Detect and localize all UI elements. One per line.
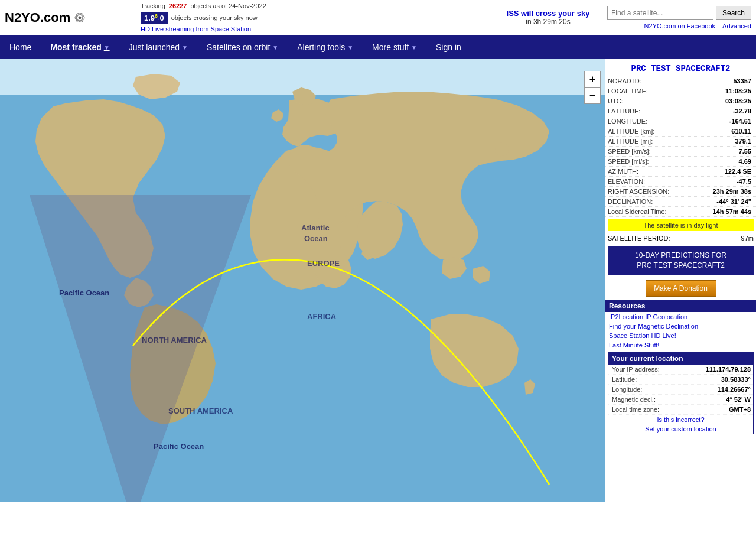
badge-number: 1.9: [144, 14, 155, 23]
field-label: UTC:: [605, 96, 695, 106]
field-value: -44° 31' 24": [695, 197, 756, 207]
location-field-label: Your IP address:: [608, 365, 683, 375]
space-station-live-link[interactable]: Space Station HD Live!: [605, 331, 756, 340]
field-label: LONGITUDE:: [605, 116, 695, 126]
search-area: Search N2YO.com on Facebook Advanced: [607, 6, 751, 30]
field-value: 14h 57m 44s: [695, 207, 756, 217]
period-value: 97m: [741, 235, 754, 242]
crossing-text: objects crossing your sky now: [171, 14, 258, 21]
field-label: ALTITUDE [km]:: [605, 126, 695, 136]
last-minute-link[interactable]: Last Minute Stuff!: [605, 340, 756, 350]
header: N2YO.com Tracking 26227 objects as of 24…: [0, 0, 756, 35]
field-value: 03:08:25: [695, 96, 756, 106]
search-button[interactable]: Search: [716, 6, 751, 20]
table-row: Magnetic decl.:4° 52' W: [608, 394, 753, 404]
facebook-link[interactable]: N2YO.com on Facebook: [644, 22, 715, 30]
field-label: SPEED [km/s]:: [605, 147, 695, 157]
table-row: Longitude:114.26667°: [608, 384, 753, 394]
field-value: 122.4 SE: [695, 167, 756, 177]
predictions-button[interactable]: 10-DAY PREDICTIONS FOR PRC TEST SPACECRA…: [608, 246, 754, 275]
tracking-count: 26227: [169, 2, 187, 9]
field-value: 379.1: [695, 136, 756, 147]
field-label: ELEVATION:: [605, 177, 695, 187]
badge-zero: 0: [159, 14, 164, 23]
ip-geolocation-link[interactable]: IP2Location IP Geolocation: [605, 312, 756, 321]
nav-most-tracked[interactable]: Most tracked ▼: [41, 35, 119, 59]
iss-link[interactable]: ISS will cross your sky: [489, 9, 607, 18]
nav-just-launched[interactable]: Just launched ▼: [119, 35, 197, 59]
svg-point-3: [79, 16, 82, 19]
satellite-period-row: SATELLITE PERIOD: 97m: [605, 233, 756, 243]
world-map-svg: Pacific Ocean Pacific Ocean AUSTRALIA NO…: [0, 59, 605, 502]
nav-more-stuff[interactable]: More stuff ▼: [363, 35, 426, 59]
tracking-prefix: Tracking: [141, 2, 165, 9]
magnetic-declination-link[interactable]: Find your Magnetic Declination: [605, 321, 756, 331]
tracking-suffix: objects as of 24-Nov-2022: [190, 2, 266, 9]
field-value: -164.61: [695, 116, 756, 126]
svg-text:NORTH AMERICA: NORTH AMERICA: [142, 336, 207, 344]
nav-more-label: More stuff: [372, 43, 409, 52]
field-label: RIGHT ASCENSION:: [605, 187, 695, 197]
nav-satellites-arrow: ▼: [272, 44, 278, 51]
location-section: Your current location Your IP address:11…: [608, 352, 754, 434]
zoom-controls: + −: [584, 71, 601, 104]
main-content: Pacific Ocean Pacific Ocean AUSTRALIA NO…: [0, 59, 756, 502]
satellite-title: PRC TEST SPACECRAFT2: [605, 59, 756, 76]
location-field-value: 114.26667°: [683, 384, 753, 394]
nav-alerting-arrow: ▼: [347, 44, 353, 51]
zoom-out-button[interactable]: −: [584, 87, 601, 104]
satellite-logo-icon: [73, 11, 87, 25]
nav-satellites-label: Satellites on orbit: [207, 43, 270, 52]
svg-text:SOUTH AMERICA: SOUTH AMERICA: [168, 407, 233, 415]
location-field-label: Local time zone:: [608, 404, 683, 414]
location-field-label: Longitude:: [608, 384, 683, 394]
period-label: SATELLITE PERIOD:: [608, 235, 670, 242]
advanced-link[interactable]: Advanced: [722, 22, 751, 30]
table-row: Latitude:30.58333°: [608, 374, 753, 384]
field-value: 23h 29m 38s: [695, 187, 756, 197]
custom-location-link[interactable]: Set your custom location: [608, 424, 753, 434]
location-field-value: 30.58333°: [683, 374, 753, 384]
svg-text:AFRICA: AFRICA: [307, 312, 337, 321]
navbar: Home Most tracked ▼ Just launched ▼ Sate…: [0, 35, 756, 59]
logo-text[interactable]: N2YO.com: [5, 10, 70, 25]
svg-text:Atlantic: Atlantic: [301, 223, 330, 232]
nav-sign-in[interactable]: Sign in: [426, 35, 471, 59]
donate-button[interactable]: Make A Donation: [646, 280, 716, 297]
nav-home-label: Home: [9, 43, 31, 52]
table-row: Local Sidereal Time:14h 57m 44s: [605, 207, 756, 217]
nav-satellites-on-orbit[interactable]: Satellites on orbit ▼: [197, 35, 288, 59]
field-label: DECLINATION:: [605, 197, 695, 207]
location-field-label: Magnetic decl.:: [608, 394, 683, 404]
nav-most-tracked-label: Most tracked: [50, 43, 101, 52]
table-row: Local time zone:GMT+8: [608, 404, 753, 414]
objects-badge: 1.96-0: [141, 12, 168, 24]
location-title: Your current location: [608, 353, 753, 365]
location-body: Your IP address:111.174.79.128Latitude:3…: [608, 365, 753, 415]
map-container[interactable]: Pacific Ocean Pacific Ocean AUSTRALIA NO…: [0, 59, 605, 502]
nav-alerting-label: Alerting tools: [297, 43, 345, 52]
table-row: SPEED [mi/s]:4.69: [605, 157, 756, 167]
incorrect-link[interactable]: Is this incorrect?: [608, 415, 753, 424]
daylight-badge: The satellite is in day light: [608, 219, 754, 231]
table-row: ELEVATION:-47.5: [605, 177, 756, 187]
field-label: ALTITUDE [mi]:: [605, 136, 695, 147]
resources-title: Resources: [605, 300, 756, 312]
map-area: Pacific Ocean Pacific Ocean AUSTRALIA NO…: [0, 59, 605, 502]
location-field-value: GMT+8: [683, 404, 753, 414]
hd-live-link[interactable]: HD Live streaming from Space Station: [141, 25, 251, 32]
nav-home[interactable]: Home: [0, 35, 41, 59]
nav-alerting-tools[interactable]: Alerting tools ▼: [288, 35, 363, 59]
predictions-line1: 10-DAY PREDICTIONS FOR: [635, 251, 726, 259]
field-value: 7.55: [695, 147, 756, 157]
table-row: ALTITUDE [km]:610.11: [605, 126, 756, 136]
search-row: Search: [607, 6, 751, 20]
svg-text:Ocean: Ocean: [304, 234, 328, 243]
field-value: 53357: [695, 76, 756, 86]
table-row: UTC:03:08:25: [605, 96, 756, 106]
nav-sign-in-label: Sign in: [436, 43, 461, 52]
table-row: Your IP address:111.174.79.128: [608, 365, 753, 375]
nav-just-launched-arrow: ▼: [182, 44, 188, 51]
search-input[interactable]: [607, 6, 713, 20]
zoom-in-button[interactable]: +: [584, 71, 601, 87]
